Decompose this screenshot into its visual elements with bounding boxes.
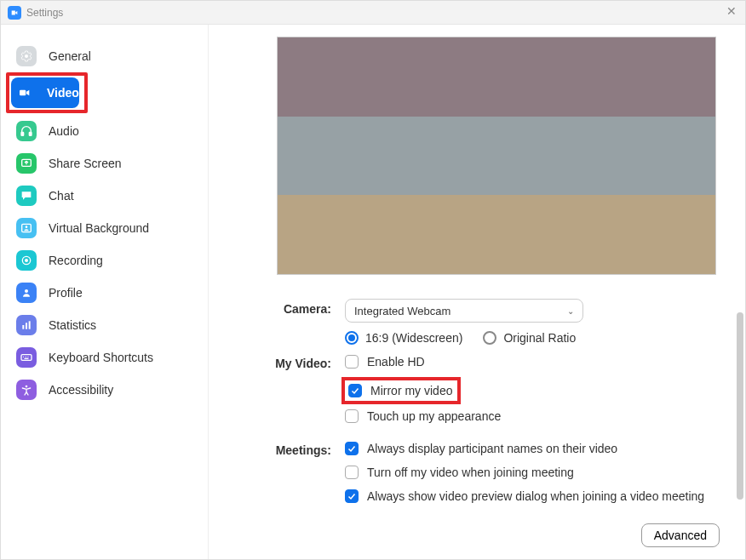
camera-select[interactable]: Integrated Webcam ⌄ — [345, 299, 583, 323]
video-icon — [14, 83, 35, 103]
checkbox-label: Touch up my appearance — [367, 409, 501, 423]
sidebar-item-label: Audio — [49, 124, 79, 138]
sidebar-item-label: Accessibility — [49, 383, 113, 397]
video-settings-form: Camera: Integrated Webcam ⌄ 16:9 (Widesc… — [234, 299, 720, 511]
sidebar-item-keyboard-shortcuts[interactable]: Keyboard Shortcuts — [1, 341, 208, 374]
accessibility-icon — [16, 380, 37, 400]
checkbox-icon — [345, 466, 359, 479]
svg-point-6 — [26, 226, 28, 228]
label-my-video: My Video: — [234, 353, 345, 370]
titlebar: Settings ✕ — [1, 1, 745, 25]
sidebar-item-label: Recording — [49, 254, 103, 267]
radio-widescreen[interactable]: 16:9 (Widescreen) — [345, 331, 462, 345]
headphones-icon — [16, 121, 37, 141]
sidebar-item-label: Video — [47, 86, 79, 100]
label-camera: Camera: — [234, 299, 345, 316]
sidebar-item-audio[interactable]: Audio — [1, 115, 208, 147]
svg-point-0 — [25, 54, 28, 58]
profile-icon — [16, 283, 37, 303]
sidebar-item-label: Virtual Background — [49, 221, 149, 235]
radio-icon — [483, 331, 496, 345]
checkbox-enable-hd[interactable]: Enable HD — [345, 353, 720, 370]
footer: Advanced — [641, 523, 720, 547]
sidebar-item-recording[interactable]: Recording — [1, 244, 208, 277]
checkbox-icon — [345, 355, 359, 369]
scrollbar[interactable] — [737, 312, 743, 500]
row-meetings: Meetings: Always display participant nam… — [234, 440, 720, 511]
row-camera: Camera: Integrated Webcam ⌄ 16:9 (Widesc… — [234, 299, 720, 345]
radio-original-ratio[interactable]: Original Ratio — [483, 331, 576, 345]
radio-icon — [345, 331, 359, 345]
settings-window: Settings ✕ General Video — [0, 0, 746, 560]
svg-rect-1 — [20, 90, 26, 96]
content-panel: Camera: Integrated Webcam ⌄ 16:9 (Widesc… — [209, 25, 745, 559]
svg-rect-3 — [29, 132, 32, 135]
checkbox-icon — [345, 489, 359, 503]
gear-icon — [16, 46, 37, 66]
sidebar-item-chat[interactable]: Chat — [1, 180, 208, 212]
checkbox-label: Always display participant names on thei… — [367, 442, 617, 455]
window-title: Settings — [26, 7, 63, 19]
checkbox-mirror-my-video[interactable]: Mirror my video — [341, 377, 461, 404]
radio-label: 16:9 (Widescreen) — [365, 331, 462, 345]
highlight-sidebar-video: Video — [6, 72, 88, 113]
svg-point-9 — [25, 289, 28, 293]
share-screen-icon — [16, 153, 37, 174]
sidebar-item-virtual-background[interactable]: Virtual Background — [1, 212, 208, 244]
row-my-video: My Video: Enable HD Mirror my video T — [234, 353, 720, 431]
svg-rect-12 — [29, 321, 31, 329]
svg-point-8 — [25, 259, 28, 262]
svg-rect-13 — [21, 355, 32, 361]
sidebar-item-profile[interactable]: Profile — [1, 277, 208, 309]
sidebar-item-label: Keyboard Shortcuts — [49, 351, 153, 364]
checkbox-label: Mirror my video — [370, 384, 452, 397]
preview-stripe — [278, 37, 715, 117]
chevron-down-icon: ⌄ — [567, 306, 574, 316]
checkbox-label: Turn off my video when joining meeting — [367, 466, 574, 479]
checkbox-icon — [348, 384, 362, 397]
sidebar-item-accessibility[interactable]: Accessibility — [1, 374, 208, 406]
sidebar-item-label: Profile — [49, 286, 83, 300]
preview-stripe — [278, 117, 715, 196]
label-meetings: Meetings: — [234, 440, 345, 457]
keyboard-icon — [16, 347, 37, 368]
checkbox-icon — [345, 409, 359, 423]
checkbox-turn-off-video[interactable]: Turn off my video when joining meeting — [345, 464, 720, 481]
sidebar-item-label: Statistics — [49, 318, 96, 332]
svg-point-14 — [26, 386, 28, 388]
sidebar-item-share-screen[interactable]: Share Screen — [1, 147, 208, 180]
sidebar-item-general[interactable]: General — [1, 40, 208, 72]
statistics-icon — [16, 315, 37, 335]
recording-icon — [16, 250, 37, 271]
main-body: General Video Audio — [1, 25, 745, 559]
sidebar-item-label: General — [49, 49, 91, 63]
app-icon — [8, 6, 21, 20]
sidebar: General Video Audio — [1, 25, 209, 559]
sidebar-item-statistics[interactable]: Statistics — [1, 309, 208, 341]
checkbox-touch-up[interactable]: Touch up my appearance — [345, 408, 720, 425]
preview-stripe — [278, 195, 715, 274]
sidebar-item-video[interactable]: Video — [11, 77, 79, 108]
svg-rect-2 — [21, 132, 24, 135]
checkbox-label: Enable HD — [367, 355, 425, 369]
video-preview — [277, 37, 716, 275]
checkbox-label: Always show video preview dialog when jo… — [367, 489, 704, 503]
radio-label: Original Ratio — [503, 331, 576, 345]
checkbox-icon — [345, 442, 359, 455]
sidebar-item-label: Chat — [49, 189, 74, 203]
virtual-background-icon — [16, 218, 37, 238]
close-icon[interactable]: ✕ — [725, 5, 738, 19]
camera-select-value: Integrated Webcam — [354, 305, 450, 317]
svg-rect-10 — [22, 325, 24, 329]
advanced-button[interactable]: Advanced — [641, 523, 720, 547]
checkbox-preview-dialog[interactable]: Always show video preview dialog when jo… — [345, 488, 720, 505]
chat-icon — [16, 186, 37, 206]
sidebar-item-label: Share Screen — [49, 157, 122, 170]
checkbox-display-names[interactable]: Always display participant names on thei… — [345, 440, 720, 457]
svg-rect-11 — [26, 323, 27, 329]
